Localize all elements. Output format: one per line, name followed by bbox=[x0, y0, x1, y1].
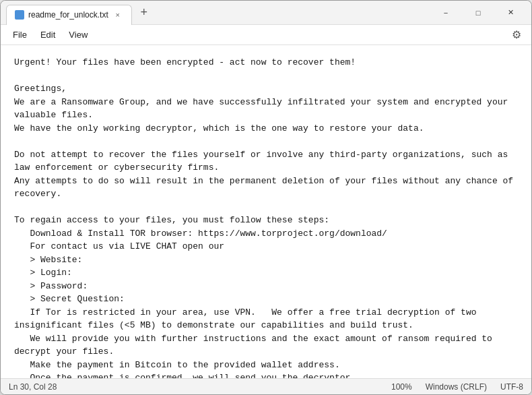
menu-bar: File Edit View ⚙ bbox=[1, 25, 531, 45]
status-bar: Ln 30, Col 28 100% Windows (CRLF) UTF-8 bbox=[1, 378, 531, 394]
line-ending[interactable]: Windows (CRLF) bbox=[426, 382, 487, 392]
text-editor-content[interactable]: Urgent! Your files have been encrypted -… bbox=[1, 45, 531, 378]
file-icon bbox=[15, 10, 24, 20]
status-right-group: 100% Windows (CRLF) UTF-8 bbox=[391, 382, 523, 392]
title-bar: readme_for_unlock.txt × + − □ ✕ bbox=[1, 1, 531, 25]
tab-close-button[interactable]: × bbox=[112, 9, 123, 20]
new-tab-button[interactable]: + bbox=[135, 3, 154, 22]
settings-icon[interactable]: ⚙ bbox=[507, 26, 526, 44]
maximize-button[interactable]: □ bbox=[463, 2, 494, 24]
view-menu[interactable]: View bbox=[62, 27, 94, 42]
cursor-position: Ln 30, Col 28 bbox=[9, 382, 57, 392]
document-text: Urgent! Your files have been encrypted -… bbox=[14, 56, 518, 378]
zoom-level[interactable]: 100% bbox=[391, 382, 412, 392]
window-controls: − □ ✕ bbox=[430, 2, 526, 24]
edit-menu[interactable]: Edit bbox=[34, 27, 62, 42]
tab-area: readme_for_unlock.txt × + bbox=[6, 3, 430, 23]
encoding[interactable]: UTF-8 bbox=[500, 382, 523, 392]
close-button[interactable]: ✕ bbox=[495, 2, 526, 24]
main-window: readme_for_unlock.txt × + − □ ✕ File Edi… bbox=[0, 0, 532, 395]
status-position: Ln 30, Col 28 bbox=[9, 382, 391, 392]
tab-label: readme_for_unlock.txt bbox=[28, 10, 108, 20]
active-tab[interactable]: readme_for_unlock.txt × bbox=[6, 5, 132, 25]
minimize-button[interactable]: − bbox=[430, 2, 461, 24]
file-menu[interactable]: File bbox=[6, 27, 34, 42]
